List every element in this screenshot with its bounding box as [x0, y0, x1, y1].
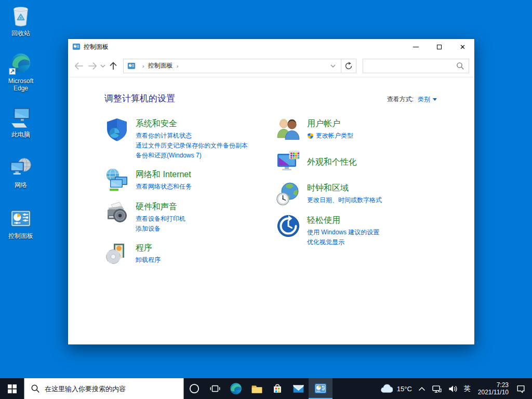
ime-indicator[interactable]: 英 — [461, 378, 474, 399]
cortana-icon — [189, 383, 200, 394]
category-title-user-accounts[interactable]: 用户帐户 — [307, 118, 353, 129]
address-dropdown-button[interactable] — [325, 63, 341, 69]
category-network-internet: 网络和 Internet查看网络状态和任务 — [104, 168, 276, 193]
category-link-text: 查看你的计算机状态 — [136, 131, 192, 141]
up-arrow-icon — [109, 61, 118, 71]
desktop-icon-label: 控制面板 — [8, 232, 33, 240]
desktop-icon-this-pc[interactable]: 此电脑 — [1, 105, 41, 138]
breadcrumb-location[interactable]: 控制面板 — [148, 61, 173, 70]
security-shield-icon[interactable] — [104, 117, 129, 142]
navigation-bar: › 控制面板 › — [68, 55, 474, 77]
taskbar-clock[interactable]: 7:23 2021/11/10 — [474, 381, 513, 396]
ease-of-access-icon[interactable] — [276, 214, 301, 238]
windows-logo-icon — [8, 384, 17, 393]
view-by-dropdown[interactable]: 类别 — [418, 95, 430, 104]
taskbar-file-explorer-button[interactable] — [246, 378, 267, 399]
category-programs: 程序卸载程序 — [104, 241, 276, 266]
category-link-text: 更改帐户类型 — [316, 131, 353, 141]
minimize-icon — [413, 47, 419, 47]
action-center-button[interactable] — [513, 378, 529, 399]
category-title-hardware-sound[interactable]: 硬件和声音 — [136, 201, 185, 212]
start-button[interactable] — [0, 378, 24, 399]
clock-region-icon[interactable] — [276, 181, 301, 206]
category-title-system-security[interactable]: 系统和安全 — [136, 118, 248, 129]
window-search-input[interactable] — [363, 62, 456, 70]
category-link-text: 通过文件历史记录保存你的文件备份副本 — [136, 141, 248, 151]
close-icon: ✕ — [460, 44, 466, 50]
category-title-programs[interactable]: 程序 — [136, 242, 161, 254]
clock-time: 7:23 — [478, 381, 509, 389]
categories-column-right: 用户帐户更改帐户类型外观和个性化时钟和区域更改日期、时间或数字格式轻松使用使用 … — [276, 117, 454, 273]
chevron-down-icon[interactable] — [433, 98, 437, 101]
uac-shield-icon — [307, 132, 314, 139]
category-link[interactable]: 查看设备和打印机 — [136, 214, 185, 224]
clock-date: 2021/11/10 — [478, 389, 509, 396]
forward-button[interactable] — [86, 59, 99, 73]
appearance-icon[interactable] — [276, 149, 301, 174]
hardware-sound-icon[interactable] — [104, 200, 129, 225]
file-explorer-icon — [250, 382, 263, 395]
taskbar-control-panel-button[interactable] — [309, 378, 332, 399]
category-link[interactable]: 卸载程序 — [136, 255, 161, 265]
categories-column-left: 系统和安全查看你的计算机状态通过文件历史记录保存你的文件备份副本备份和还原(Wi… — [104, 117, 276, 273]
taskbar-mail-button[interactable] — [288, 378, 309, 399]
address-bar[interactable]: › 控制面板 › — [123, 59, 341, 73]
desktop-icon-control-panel[interactable]: 控制面板 — [1, 207, 41, 240]
category-ease-of-access: 轻松使用使用 Windows 建议的设置优化视觉显示 — [276, 214, 454, 247]
back-button[interactable] — [72, 59, 86, 73]
category-link-text: 卸载程序 — [136, 255, 161, 265]
up-button[interactable] — [107, 59, 120, 73]
weather-temperature[interactable]: 15°C — [396, 378, 415, 399]
taskbar-store-button[interactable] — [267, 378, 288, 399]
weather-cloud-icon — [379, 383, 393, 394]
task-view-button[interactable] — [205, 378, 225, 399]
taskbar-search-input[interactable] — [45, 385, 183, 393]
category-link[interactable]: 添加设备 — [136, 224, 185, 234]
desktop-icon-microsoft-edge[interactable]: Microsoft Edge — [1, 52, 41, 92]
breadcrumb-separator[interactable]: › — [173, 63, 182, 69]
forward-arrow-icon — [87, 61, 98, 71]
category-title-ease-of-access[interactable]: 轻松使用 — [307, 215, 379, 226]
category-link[interactable]: 查看你的计算机状态 — [136, 131, 248, 141]
recent-locations-button[interactable] — [99, 59, 107, 73]
window-search-box[interactable] — [363, 59, 469, 73]
user-accounts-icon[interactable] — [276, 117, 301, 142]
network-status-button[interactable] — [429, 378, 445, 399]
category-link[interactable]: 更改日期、时间或数字格式 — [307, 195, 382, 205]
category-link[interactable]: 查看网络状态和任务 — [136, 182, 192, 192]
category-user-accounts: 用户帐户更改帐户类型 — [276, 117, 454, 142]
cortana-button[interactable] — [184, 378, 205, 399]
close-button[interactable]: ✕ — [451, 39, 474, 55]
category-title-appearance-personalization[interactable]: 外观和个性化 — [307, 156, 357, 168]
breadcrumb-separator: › — [139, 63, 148, 69]
taskbar-edge-button[interactable] — [225, 378, 246, 399]
category-title-clock-region[interactable]: 时钟和区域 — [307, 182, 382, 194]
desktop-icon-recycle-bin[interactable]: 回收站 — [1, 4, 41, 37]
category-link[interactable]: 优化视觉显示 — [307, 237, 379, 247]
refresh-button[interactable] — [341, 59, 356, 73]
minimize-button[interactable] — [404, 39, 428, 55]
weather-button[interactable] — [376, 378, 396, 399]
window-control-panel-icon — [72, 43, 81, 51]
network-internet-icon[interactable] — [104, 168, 129, 193]
tray-overflow-button[interactable] — [415, 378, 429, 399]
taskbar-search-box[interactable] — [24, 378, 184, 399]
task-view-icon — [209, 383, 221, 394]
category-link[interactable]: 通过文件历史记录保存你的文件备份副本 — [136, 141, 248, 151]
category-link[interactable]: 更改帐户类型 — [307, 131, 353, 141]
title-bar[interactable]: 控制面板 ✕ — [68, 39, 474, 55]
category-link[interactable]: 使用 Windows 建议的设置 — [307, 228, 379, 237]
category-title-network-internet[interactable]: 网络和 Internet — [136, 169, 192, 180]
programs-icon[interactable] — [104, 241, 129, 266]
maximize-icon — [437, 45, 442, 49]
desktop-icon-network[interactable]: 网络 — [1, 156, 41, 189]
window-title: 控制面板 — [84, 43, 404, 51]
desktop-icon-label: Microsoft Edge — [2, 77, 39, 92]
maximize-button[interactable] — [428, 39, 451, 55]
volume-button[interactable] — [445, 378, 461, 399]
volume-icon — [448, 384, 458, 393]
category-link[interactable]: 备份和还原(Windows 7) — [136, 151, 248, 161]
page-title: 调整计算机的设置 — [104, 92, 175, 104]
network-tray-icon — [432, 384, 442, 393]
category-system-security: 系统和安全查看你的计算机状态通过文件历史记录保存你的文件备份副本备份和还原(Wi… — [104, 117, 276, 161]
